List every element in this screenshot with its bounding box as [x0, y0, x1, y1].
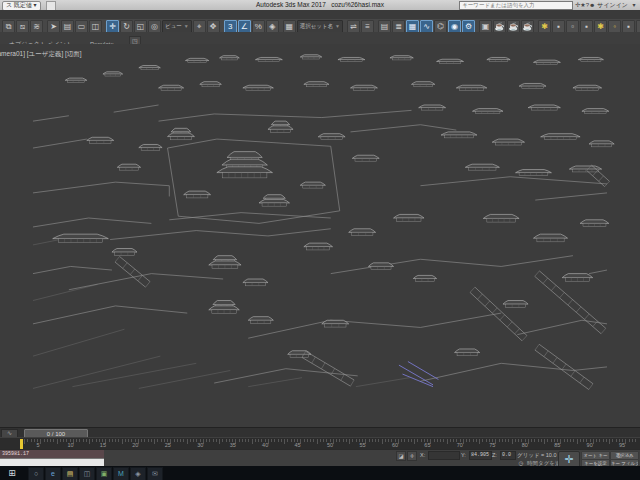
- start-button[interactable]: ⊞: [0, 466, 24, 480]
- frame-tick: [307, 439, 308, 442]
- frame-tick: [606, 439, 607, 442]
- frame-tick: [274, 439, 275, 442]
- frame-tick: [291, 439, 292, 442]
- frame-tick: [50, 439, 51, 442]
- frame-tick: [343, 439, 344, 442]
- frame-tick: [534, 439, 535, 442]
- chevron-down-icon[interactable]: ▾: [630, 1, 638, 9]
- toolbar-separator: [43, 19, 46, 30]
- frame-tick: [317, 439, 318, 444]
- frame-tick: [44, 439, 45, 442]
- frame-number-label: 50: [327, 442, 333, 448]
- frame-tick: [612, 439, 613, 442]
- frame-tick: [466, 439, 467, 442]
- frame-tick: [57, 439, 58, 444]
- frame-tick: [24, 439, 25, 444]
- frame-tick: [573, 439, 574, 442]
- frame-tick: [76, 439, 77, 442]
- taskbar-3dsmax-icon[interactable]: M: [113, 467, 129, 480]
- frame-tick: [528, 439, 529, 444]
- frame-tick: [499, 439, 500, 442]
- frame-tick: [593, 439, 594, 444]
- frame-tick: [629, 439, 630, 442]
- frame-tick: [518, 439, 519, 442]
- frame-tick: [616, 439, 617, 442]
- frame-tick: [271, 439, 272, 442]
- frame-tick: [596, 439, 597, 442]
- frame-tick: [252, 439, 253, 444]
- frame-tick: [508, 439, 509, 442]
- 3dsmax-window: ス 既定値 ▾ Autodesk 3ds Max 2017 cozu%26has…: [0, 0, 640, 480]
- taskbar-browser-icon[interactable]: e: [45, 467, 61, 480]
- frame-tick: [226, 439, 227, 442]
- frame-number-label: 65: [424, 442, 430, 448]
- selection-lock-icon[interactable]: ◪: [396, 451, 406, 461]
- frame-number-label: 25: [165, 442, 171, 448]
- frame-tick: [378, 439, 379, 442]
- frame-number-label: 30: [197, 442, 203, 448]
- frame-tick: [495, 439, 496, 444]
- frame-tick: [258, 439, 259, 442]
- frame-tick: [193, 439, 194, 442]
- frame-number-label: 55: [359, 442, 365, 448]
- frame-tick: [209, 439, 210, 442]
- frame-tick: [53, 439, 54, 442]
- search-input[interactable]: [459, 1, 573, 10]
- absolute-offset-toggle-icon[interactable]: ✛: [407, 451, 417, 461]
- frame-tick: [443, 439, 444, 442]
- user-icon[interactable]: ☻: [589, 2, 595, 8]
- taskbar-mail-icon[interactable]: ✉: [147, 467, 163, 480]
- frame-number-label: 40: [262, 442, 268, 448]
- frame-number-label: 95: [619, 442, 625, 448]
- viewport-label[interactable]: [Camera01] [ユーザ定義] [辺面]: [0, 50, 82, 59]
- frame-number-label: 15: [100, 442, 106, 448]
- z-coordinate-field[interactable]: [500, 451, 516, 460]
- frame-tick: [486, 439, 487, 442]
- frame-tick: [148, 439, 149, 442]
- frame-tick: [482, 439, 483, 442]
- frame-tick: [86, 439, 87, 442]
- frame-tick: [161, 439, 162, 442]
- taskbar-search-icon[interactable]: ○: [28, 467, 44, 480]
- frame-tick: [60, 439, 61, 442]
- frame-tick: [567, 439, 568, 442]
- status-bar: 395981.17 ◪ ✛ X: Y: Z: グリッド = 10.0 ◷ 時間タ…: [0, 449, 640, 467]
- signin-link[interactable]: サインイン: [597, 0, 628, 10]
- viewport-camera01[interactable]: [Camera01] [ユーザ定義] [辺面]: [0, 44, 640, 427]
- frame-number-label: 70: [457, 442, 463, 448]
- taskbar-app-icon[interactable]: ◈: [130, 467, 146, 480]
- frame-tick: [174, 439, 175, 442]
- frame-tick: [313, 439, 314, 442]
- frame-tick: [281, 439, 282, 442]
- frame-tick: [538, 439, 539, 442]
- frame-tick: [118, 439, 119, 442]
- frame-tick: [625, 439, 626, 444]
- frame-tick: [336, 439, 337, 442]
- frame-tick: [515, 439, 516, 442]
- frame-tick: [144, 439, 145, 442]
- frame-number-label: 45: [295, 442, 301, 448]
- frame-tick: [151, 439, 152, 442]
- y-label: Y:: [461, 451, 466, 459]
- frame-tick: [187, 439, 188, 444]
- taskbar-folder-icon[interactable]: ▤: [62, 467, 78, 480]
- frame-tick: [255, 439, 256, 442]
- frame-tick: [479, 439, 480, 444]
- frame-tick: [284, 439, 285, 444]
- frame-tick: [47, 439, 48, 442]
- frame-tick: [92, 439, 93, 442]
- frame-tick: [154, 439, 155, 444]
- frame-marker[interactable]: [20, 439, 23, 449]
- frame-tick: [434, 439, 435, 442]
- frame-tick: [372, 439, 373, 442]
- maxscript-listener-line[interactable]: 395981.17: [0, 450, 104, 458]
- taskbar-app-icon[interactable]: ▣: [96, 467, 112, 480]
- frame-tick: [112, 439, 113, 442]
- x-coordinate-field[interactable]: [428, 451, 460, 460]
- y-coordinate-field[interactable]: [469, 451, 492, 460]
- taskbar-app-icon[interactable]: ◫: [79, 467, 95, 480]
- frame-tick: [541, 439, 542, 442]
- frame-tick: [349, 439, 350, 444]
- frame-tick: [411, 439, 412, 442]
- frame-tick: [388, 439, 389, 442]
